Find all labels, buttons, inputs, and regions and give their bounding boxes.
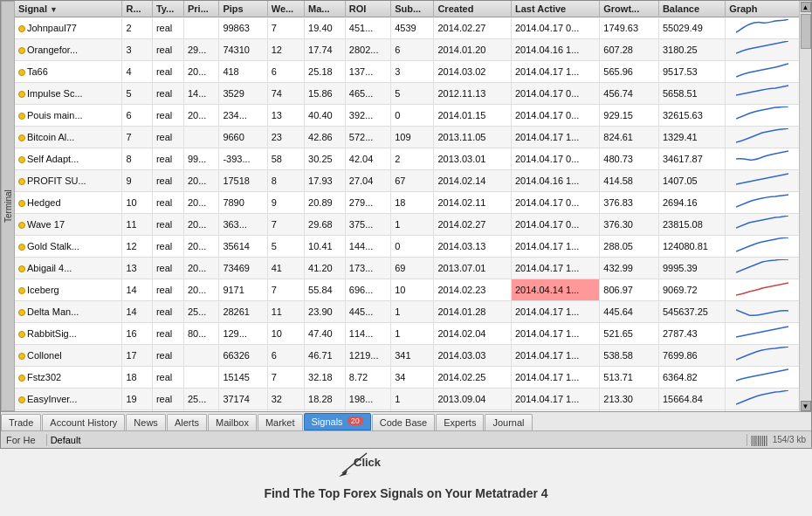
table-row[interactable]: EasyInver... 19 real 25... 37174 32 18.2… [15, 389, 799, 410]
table-row[interactable]: Collonel 17 real 66326 6 46.71 1219... 3… [15, 345, 799, 367]
cell-type: real [152, 17, 183, 39]
col-header-pips[interactable]: Pips [219, 1, 267, 17]
status-for-help: For He [6, 435, 36, 445]
page-caption: Find The Top Forex Signals on Your Metat… [0, 479, 812, 504]
tab-market[interactable]: Market [258, 414, 303, 430]
tab-account-history[interactable]: Account History [42, 414, 125, 430]
cell-growth: 456.74 [600, 83, 659, 105]
cell-price [184, 367, 219, 389]
cell-maxdd: 41.20 [305, 258, 346, 279]
cell-rank: 7 [122, 127, 152, 148]
tab-codebase[interactable]: Code Base [372, 414, 435, 430]
cell-pips: -393... [219, 148, 267, 170]
cell-maxdd: 29.68 [305, 214, 346, 236]
cell-signal: EasyInver... [15, 389, 122, 410]
col-header-subs[interactable]: Sub... [391, 1, 434, 17]
col-header-weeks[interactable]: We... [267, 1, 304, 17]
tab-journal[interactable]: Journal [485, 414, 532, 430]
tab-mailbox[interactable]: Mailbox [208, 414, 257, 430]
table-row[interactable]: RabbitSig... 16 real 80... 129... 10 47.… [15, 323, 799, 345]
scroll-down-button[interactable]: ▼ [801, 401, 811, 411]
table-row[interactable]: Delta Man... 14 real 25... 28261 11 23.9… [15, 301, 799, 323]
table-row[interactable]: Ta66 4 real 20... 418 6 25.18 137... 3 2… [15, 61, 799, 83]
col-header-type[interactable]: Ty... [152, 1, 183, 17]
cell-weeks: 58 [267, 148, 304, 170]
signal-dot [18, 47, 25, 54]
cell-type: real [152, 39, 183, 61]
col-header-rank[interactable]: R... [122, 1, 152, 17]
cell-rank: 5 [122, 83, 152, 105]
cell-created: 2013.09.04 [434, 389, 512, 410]
table-row[interactable]: Abigail 4... 13 real 20... 73469 41 41.2… [15, 258, 799, 279]
cell-type: real [152, 61, 183, 83]
table-row[interactable]: Fstz302 18 real 15145 7 32.18 8.72 34 20… [15, 367, 799, 389]
scroll-thumb[interactable] [801, 14, 811, 49]
table-row[interactable]: Johnpaul77 2 real 99863 7 19.40 451... 4… [15, 17, 799, 39]
cell-type: real [152, 127, 183, 148]
cell-graph [726, 345, 799, 367]
cell-weeks: 23 [267, 127, 304, 148]
tab-news[interactable]: News [126, 414, 166, 430]
cell-lastactive: 2014.04.17 1... [511, 389, 599, 410]
cell-growth: 521.65 [600, 323, 659, 345]
col-header-lastactive[interactable]: Last Active [511, 1, 599, 17]
cell-subs: 3 [391, 410, 434, 412]
cell-signal: RabbitSig... [15, 323, 122, 345]
scroll-up-button[interactable]: ▲ [801, 2, 811, 12]
cell-price: 25... [184, 389, 219, 410]
cell-signal: GBPUSD ... [15, 410, 122, 412]
cell-lastactive: 2014.04.17 0... [511, 148, 599, 170]
cell-graph [726, 170, 799, 192]
table-row[interactable]: Pouis main... 6 real 20... 234... 13 40.… [15, 105, 799, 127]
cell-subs: 69 [391, 258, 434, 279]
cell-graph [726, 192, 799, 214]
cell-lastactive: 2014.04.14 1... [511, 279, 599, 301]
cell-graph [726, 258, 799, 279]
cell-balance: 173.49 [658, 410, 725, 412]
col-header-price[interactable]: Pri... [184, 1, 219, 17]
cell-subs: 0 [391, 105, 434, 127]
cell-rank: 8 [122, 148, 152, 170]
table-row[interactable]: Gold Stalk... 12 real 20... 35614 5 10.4… [15, 236, 799, 258]
cell-rank: 20 [122, 410, 152, 412]
table-body: Johnpaul77 2 real 99863 7 19.40 451... 4… [15, 17, 799, 412]
cell-pips: 66326 [219, 345, 267, 367]
col-header-maxdd[interactable]: Ma... [305, 1, 346, 17]
signal-dot [18, 396, 25, 403]
col-header-signal[interactable]: Signal ▼ [15, 1, 122, 17]
table-row[interactable]: PROFIT SU... 9 real 20... 17518 8 17.93 … [15, 170, 799, 192]
cell-rank: 18 [122, 367, 152, 389]
cell-rank: 12 [122, 236, 152, 258]
table-row[interactable]: GBPUSD ... 20 real 20... 916 35 42.90 21… [15, 410, 799, 412]
signals-badge: 20 [348, 416, 363, 425]
col-header-balance[interactable]: Balance [658, 1, 725, 17]
sparkline-chart [736, 128, 788, 144]
table-row[interactable]: Iceberg 14 real 20... 9171 7 55.84 696..… [15, 279, 799, 301]
table-row[interactable]: Wave 17 11 real 20... 363... 7 29.68 375… [15, 214, 799, 236]
cell-price: 20... [184, 192, 219, 214]
cell-rank: 6 [122, 105, 152, 127]
tab-experts[interactable]: Experts [436, 414, 484, 430]
table-row[interactable]: Bitcoin Al... 7 real 9660 23 42.86 572..… [15, 127, 799, 148]
col-header-roi[interactable]: ROI [345, 1, 390, 17]
cell-growth: 432.99 [600, 258, 659, 279]
table-row[interactable]: Impulse Sc... 5 real 14... 3529 74 15.86… [15, 83, 799, 105]
cell-rank: 17 [122, 345, 152, 367]
cell-subs: 18 [391, 192, 434, 214]
cell-graph [726, 301, 799, 323]
table-row[interactable]: Orangefor... 3 real 29... 74310 12 17.74… [15, 39, 799, 61]
cell-pips: 234... [219, 105, 267, 127]
col-header-graph[interactable]: Graph [726, 1, 799, 17]
cell-type: real [152, 258, 183, 279]
cell-weeks: 7 [267, 214, 304, 236]
col-header-created[interactable]: Created [434, 1, 512, 17]
vertical-scrollbar[interactable]: ▲ ▼ [799, 1, 811, 411]
cell-rank: 14 [122, 279, 152, 301]
table-row[interactable]: Self Adapt... 8 real 99... -393... 58 30… [15, 148, 799, 170]
tab-alerts[interactable]: Alerts [167, 414, 207, 430]
col-header-growth[interactable]: Growt... [600, 1, 659, 17]
tab-signals[interactable]: Signals 20 [304, 413, 371, 430]
tab-trade[interactable]: Trade [1, 414, 41, 430]
table-row[interactable]: Hedged 10 real 20... 7890 9 20.89 279...… [15, 192, 799, 214]
cell-roi: 375... [345, 214, 390, 236]
